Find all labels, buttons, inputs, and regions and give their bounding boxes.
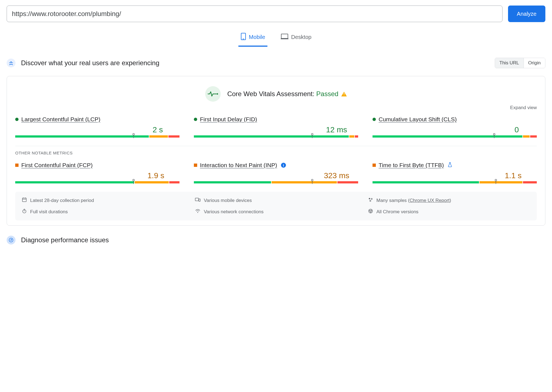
svg-point-6: [12, 62, 13, 63]
metric-ttfb-value: 1.1 s: [373, 171, 537, 180]
other-metrics-label: OTHER NOTABLE METRICS: [12, 151, 540, 162]
other-metrics: First Contentful Paint (FCP) 1.9 s Inter…: [12, 162, 540, 183]
devices-icon: [195, 198, 201, 203]
svg-line-42: [11, 239, 12, 240]
metric-inp-name[interactable]: Interaction to Next Paint (INP): [200, 162, 277, 169]
metric-cls: Cumulative Layout Shift (CLS) 0: [373, 116, 537, 138]
svg-point-30: [370, 200, 371, 201]
discover-header: Discover what your real users are experi…: [7, 58, 545, 68]
svg-rect-22: [22, 198, 26, 202]
info-period-text: Latest 28-day collection period: [30, 198, 94, 203]
search-bar: Analyze: [7, 6, 545, 22]
svg-point-4: [11, 62, 12, 63]
scope-origin[interactable]: Origin: [524, 58, 545, 68]
diagnose-header: Diagnose performance issues: [7, 236, 545, 244]
metric-lcp-value: 2 s: [15, 125, 179, 134]
tab-desktop-label: Desktop: [291, 34, 311, 40]
metric-ttfb-name[interactable]: Time to First Byte (TTFB): [379, 162, 444, 169]
metric-fcp-name[interactable]: First Contentful Paint (FCP): [21, 162, 93, 169]
cwv-status: Passed: [316, 90, 339, 98]
info-icon[interactable]: i: [281, 163, 286, 168]
scope-this-url[interactable]: This URL: [495, 58, 524, 68]
metric-cls-name[interactable]: Cumulative Layout Shift (CLS): [379, 116, 457, 123]
cwv-title: Core Web Vitals Assessment: Passed: [227, 90, 347, 98]
svg-point-8: [217, 93, 218, 95]
metric-fid-bar: [194, 135, 358, 138]
info-samples-suffix: ): [450, 198, 451, 203]
svg-rect-2: [281, 34, 288, 38]
info-samples-prefix: Many samples (: [376, 198, 410, 203]
wifi-icon: [195, 209, 201, 215]
info-network-text: Various network connections: [204, 209, 264, 215]
desktop-icon: [281, 33, 288, 41]
metric-ttfb: Time to First Byte (TTFB) 1.1 s: [373, 162, 537, 183]
tab-mobile-label: Mobile: [249, 34, 265, 40]
tab-mobile[interactable]: Mobile: [238, 30, 267, 47]
analyze-button[interactable]: Analyze: [508, 6, 545, 22]
metric-fid-value: 12 ms: [194, 125, 358, 134]
metric-inp: Interaction to Next Paint (INP) i 323 ms: [194, 162, 358, 183]
status-dot-good: [15, 118, 19, 121]
metric-inp-value: 323 ms: [194, 171, 358, 180]
info-period: Latest 28-day collection period: [22, 197, 184, 204]
metric-fid-name[interactable]: First Input Delay (FID): [200, 116, 257, 123]
svg-point-34: [197, 212, 198, 213]
info-versions: All Chrome versions: [368, 209, 530, 215]
scope-toggle: This URL Origin: [495, 58, 545, 68]
status-square-ni: [194, 164, 197, 167]
samples-icon: [368, 197, 373, 204]
cwv-title-prefix: Core Web Vitals Assessment:: [227, 90, 316, 98]
svg-point-5: [9, 62, 10, 63]
gauge-icon: [7, 236, 15, 244]
metric-ttfb-bar: [373, 181, 537, 183]
info-samples: Many samples (Chrome UX Report): [368, 197, 530, 204]
tab-desktop[interactable]: Desktop: [278, 30, 314, 47]
metric-inp-bar: [194, 181, 358, 183]
info-devices-text: Various mobile devices: [204, 198, 252, 203]
status-square-ni: [15, 164, 19, 167]
crux-report-link[interactable]: Chrome UX Report: [410, 198, 450, 203]
collection-info: Latest 28-day collection period Various …: [15, 192, 537, 220]
status-dot-good: [373, 118, 376, 121]
info-network: Various network connections: [195, 209, 357, 215]
mobile-icon: [241, 33, 246, 42]
flask-icon: [448, 162, 452, 168]
svg-rect-1: [243, 39, 244, 39]
svg-rect-3: [281, 38, 288, 39]
warning-icon: [341, 92, 347, 96]
info-devices: Various mobile devices: [195, 197, 357, 204]
metric-cls-bar: [373, 135, 537, 138]
svg-rect-26: [195, 198, 199, 201]
users-icon: [7, 59, 15, 67]
calendar-icon: [22, 197, 27, 204]
device-tabs: Mobile Desktop: [7, 30, 545, 47]
status-square-ni: [373, 164, 376, 167]
vitals-icon: [205, 86, 221, 102]
metric-lcp-name[interactable]: Largest Contentful Paint (LCP): [21, 116, 100, 123]
info-durations: Full visit durations: [22, 209, 184, 215]
chrome-icon: [368, 209, 373, 215]
stopwatch-icon: [22, 209, 27, 215]
info-durations-text: Full visit durations: [30, 209, 68, 215]
metric-cls-value: 0: [373, 125, 537, 134]
info-versions-text: All Chrome versions: [376, 209, 418, 215]
metric-lcp-bar: [15, 135, 179, 138]
expand-view-link[interactable]: Expand view: [510, 105, 537, 110]
metric-lcp: Largest Contentful Paint (LCP) 2 s: [15, 116, 179, 138]
discover-title: Discover what your real users are experi…: [21, 59, 159, 67]
metric-fid: First Input Delay (FID) 12 ms: [194, 116, 358, 138]
metric-fcp-bar: [15, 181, 179, 183]
url-input[interactable]: [7, 6, 502, 22]
metric-fcp: First Contentful Paint (FCP) 1.9 s: [15, 162, 179, 183]
metric-fcp-value: 1.9 s: [15, 171, 179, 180]
status-dot-good: [194, 118, 197, 121]
cwv-header: Core Web Vitals Assessment: Passed: [12, 86, 540, 102]
svg-point-29: [371, 198, 372, 199]
cwv-card: Core Web Vitals Assessment: Passed Expan…: [7, 76, 545, 226]
core-metrics: Largest Contentful Paint (LCP) 2 s First…: [12, 116, 540, 138]
divider: [15, 146, 537, 146]
svg-point-28: [369, 198, 370, 199]
svg-rect-27: [199, 199, 200, 201]
diagnose-title: Diagnose performance issues: [21, 236, 109, 244]
